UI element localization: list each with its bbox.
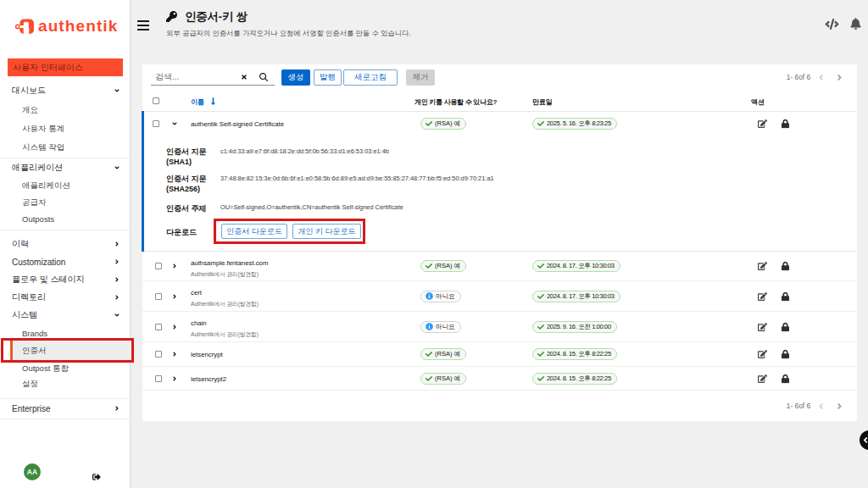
expanded-row-accent (142, 111, 144, 252)
lock-icon[interactable] (782, 119, 789, 129)
sidebar-item-system-tasks[interactable]: 시스템 작업 (0, 138, 131, 157)
chevron-right-icon (114, 294, 120, 301)
sidebar-divider (0, 230, 131, 230)
annotation-rect-certificates (1, 338, 134, 363)
pagination-prev-icon[interactable] (818, 73, 824, 82)
sha1-value: c1:4d:33:a9:e7:6f:d8:18:2e:dd:5f:0b:56:3… (220, 147, 389, 155)
pagination-next-icon[interactable] (837, 73, 843, 82)
chevron-down-icon (114, 87, 120, 94)
chevron-right-icon (114, 258, 120, 265)
column-header-expiry[interactable]: 만료일 (532, 97, 552, 106)
sidebar-item-outposts[interactable]: Outposts (0, 209, 131, 228)
certificates-card: 생성 발행 새로고침 제거 1- 6of 6 이름 개인 키를 사용할 수 있나… (142, 64, 857, 421)
sha1-label: 인증서 지문(SHA1) (166, 147, 207, 167)
row-checkbox[interactable] (155, 293, 162, 300)
row-checkbox[interactable] (155, 375, 162, 382)
edit-icon[interactable] (758, 119, 767, 129)
hamburger-menu-icon[interactable] (137, 20, 149, 30)
expand-row-icon[interactable] (171, 263, 178, 269)
chevron-right-icon (114, 276, 120, 283)
table-row: letsencrypt (RSA) 예 2024. 8. 15. 오후 8:22… (142, 342, 857, 367)
annotation-rect-download (214, 219, 365, 244)
table-row: letsencrypt2 (RSA) 예 2024. 8. 15. 오후 8:2… (142, 367, 857, 391)
search-box (151, 69, 275, 86)
floating-feedback-button[interactable] (860, 430, 868, 450)
column-header-private-key[interactable]: 개인 키를 사용할 수 있나요? (415, 97, 497, 106)
pagination-prev-icon[interactable] (818, 402, 824, 411)
certificate-managed-sub: Authentik에서 관리(발견함) (191, 331, 259, 339)
sidebar-item-events[interactable]: 이력 (0, 235, 131, 253)
expand-row-icon[interactable] (171, 351, 178, 358)
subject-label: 인증서 주제 (166, 203, 207, 214)
private-key-badge: (RSA) 예 (420, 373, 466, 385)
expand-row-icon[interactable] (171, 293, 178, 300)
row-checkbox[interactable] (153, 120, 159, 127)
sidebar-item-applications[interactable]: 애플리케이션 (0, 176, 131, 195)
sha256-value: 37:48:8e:82:15:3e:0d:6b:6f:e1:e0:58:5b:6… (220, 175, 494, 182)
page-header: 인증서-키 쌍 외부 공급자의 인증서를 가져오거나 요청에 서명할 인증서를 … (166, 8, 411, 38)
column-header-name[interactable]: 이름 (191, 97, 216, 106)
table-header: 이름 개인 키를 사용할 수 있나요? 만료일 액션 (142, 90, 857, 112)
edit-icon[interactable] (758, 291, 767, 301)
edit-icon[interactable] (758, 350, 767, 359)
certificate-name: authsample.fentanest.com (191, 259, 268, 267)
pagination-next-icon[interactable] (837, 402, 843, 411)
edit-icon[interactable] (758, 322, 767, 331)
row-checkbox[interactable] (155, 351, 162, 358)
lock-icon[interactable] (782, 374, 789, 383)
sidebar-item-enterprise[interactable]: Enterprise (0, 399, 131, 418)
row-checkbox[interactable] (155, 324, 162, 330)
private-key-badge: (RSA) 예 (420, 118, 466, 130)
delete-button[interactable]: 제거 (406, 69, 435, 86)
lock-icon[interactable] (782, 322, 789, 331)
create-button[interactable]: 생성 (281, 69, 310, 86)
certificate-name: letsencrypt (191, 351, 223, 358)
lock-icon[interactable] (782, 262, 789, 271)
app-root: authentik 사용자 인터페이스 대시보드 개요 사용자 통계 시스템 작… (0, 0, 868, 488)
refresh-button[interactable]: 새로고침 (343, 69, 398, 86)
select-all-checkbox[interactable] (153, 97, 159, 104)
expiry-badge: 2025. 9. 16. 오전 1:00:00 (532, 321, 617, 333)
page-subtitle: 외부 공급자의 인증서를 가져오거나 요청에 서명할 인증서를 만들 수 있습니… (166, 29, 411, 38)
generate-button[interactable]: 발행 (314, 69, 342, 86)
avatar[interactable]: AA (24, 463, 41, 480)
api-code-icon[interactable] (825, 18, 839, 33)
sign-out-icon[interactable] (92, 469, 101, 485)
row-checkbox[interactable] (155, 263, 162, 269)
pagination-bottom: 1- 6of 6 (787, 393, 843, 419)
sidebar-item-applications-group[interactable]: 애플리케이션 (0, 158, 131, 177)
sidebar-item-system[interactable]: 시스템 (0, 306, 131, 324)
lock-icon[interactable] (782, 291, 789, 301)
expand-row-icon[interactable] (171, 375, 178, 382)
sidebar-item-flows-stages[interactable]: 플로우 및 스테이지 (0, 270, 131, 289)
sidebar: authentik 사용자 인터페이스 대시보드 개요 사용자 통계 시스템 작… (0, 0, 131, 488)
certificate-name: cert (191, 289, 202, 297)
table-row: authentik Self-signed Certificate (RSA) … (142, 112, 857, 136)
sidebar-item-dashboard[interactable]: 대시보드 (0, 81, 131, 100)
clear-search-icon[interactable] (236, 74, 253, 80)
search-input[interactable] (151, 72, 236, 81)
sidebar-item-overview[interactable]: 개요 (0, 101, 131, 119)
notification-bell-icon[interactable] (850, 18, 861, 33)
collapse-row-icon[interactable] (171, 120, 178, 127)
sidebar-item-customization[interactable]: Customization (0, 252, 131, 271)
certificate-managed-sub: Authentik에서 관리(발견함) (191, 271, 259, 279)
expand-row-icon[interactable] (171, 324, 178, 330)
sidebar-divider (0, 419, 131, 419)
lock-icon[interactable] (782, 350, 789, 359)
certificate-name: chain (191, 319, 207, 327)
pagination-top: 1- 6of 6 (787, 64, 843, 90)
edit-icon[interactable] (758, 262, 767, 271)
chevron-down-icon (114, 312, 120, 319)
authentik-wordmark: authentik (38, 18, 118, 34)
search-icon[interactable] (253, 73, 275, 81)
sidebar-item-user-stats[interactable]: 사용자 통계 (0, 119, 131, 138)
sidebar-item-directory[interactable]: 디렉토리 (0, 288, 131, 307)
expiry-badge: 2024. 8. 17. 오후 10:30:03 (532, 291, 620, 302)
user-interface-button[interactable]: 사용자 인터페이스 (8, 58, 123, 76)
certificate-name: letsencrypt2 (191, 374, 226, 382)
sidebar-item-settings[interactable]: 설정 (0, 374, 131, 393)
key-icon (166, 10, 177, 25)
edit-icon[interactable] (758, 374, 767, 383)
subject-value: OU=Self-signed,O=authentik,CN=authentik … (220, 203, 403, 211)
